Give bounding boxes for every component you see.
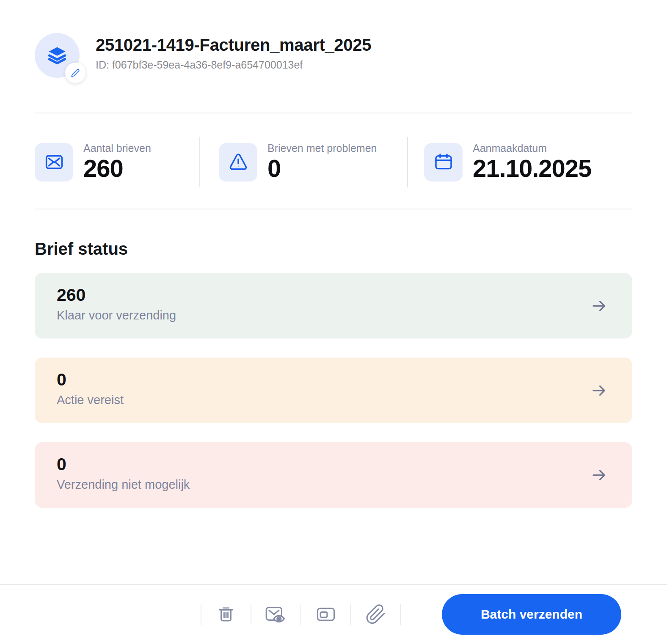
envelope-window-button[interactable] xyxy=(301,597,350,631)
calendar-icon xyxy=(433,152,454,172)
page-title: 251021-1419-Facturen_maart_2025 xyxy=(96,36,371,55)
delete-batch-button[interactable] xyxy=(201,597,251,631)
stats-row: Aantal brieven 260 Brieven met problemen… xyxy=(35,137,632,187)
stat-label: Brieven met problemen xyxy=(267,142,377,154)
mail-preview-icon xyxy=(264,604,288,625)
envelope-icon-tile xyxy=(35,143,73,182)
status-label: Verzending niet mogelijk xyxy=(57,478,632,492)
footer-bar: Batch verzenden xyxy=(0,584,667,644)
arrow-right-icon xyxy=(590,382,608,399)
pencil-icon xyxy=(71,68,80,77)
stat-text: Brieven met problemen 0 xyxy=(267,142,377,182)
edit-batch-button[interactable] xyxy=(65,63,85,83)
calendar-icon-tile xyxy=(424,143,463,182)
batch-header: 251021-1419-Facturen_maart_2025 ID: f067… xyxy=(35,0,632,78)
trash-icon xyxy=(216,604,236,625)
layers-icon xyxy=(47,45,68,66)
batch-detail-page: 251021-1419-Facturen_maart_2025 ID: f067… xyxy=(0,0,667,644)
status-label: Klaar voor verzending xyxy=(57,308,632,322)
arrow-right-icon xyxy=(590,297,608,315)
divider xyxy=(35,113,632,113)
stat-text: Aanmaakdatum 21.10.2025 xyxy=(473,142,591,182)
stat-label: Aanmaakdatum xyxy=(473,142,591,154)
section-heading: Brief status xyxy=(35,240,632,258)
batch-avatar xyxy=(35,33,80,78)
status-card-ready[interactable]: 260 Klaar voor verzending xyxy=(35,273,632,339)
arrow-right-icon xyxy=(590,466,608,484)
attachments-button[interactable] xyxy=(351,597,400,631)
stat-value: 0 xyxy=(267,155,377,182)
stat-creation-date: Aanmaakdatum 21.10.2025 xyxy=(424,142,591,182)
envelope-icon xyxy=(44,152,64,172)
preview-mail-button[interactable] xyxy=(251,597,300,631)
stat-label: Aantal brieven xyxy=(83,142,151,154)
divider xyxy=(35,209,632,209)
stat-value: 21.10.2025 xyxy=(473,155,591,182)
stat-value: 260 xyxy=(83,155,151,182)
alert-icon-tile xyxy=(219,143,257,182)
divider xyxy=(199,137,200,187)
envelope-window-icon xyxy=(314,604,337,625)
stat-text: Aantal brieven 260 xyxy=(83,142,151,182)
status-count: 0 xyxy=(57,370,632,389)
status-label: Actie vereist xyxy=(57,393,632,407)
status-count: 260 xyxy=(57,286,632,305)
divider xyxy=(407,137,408,187)
batch-id: ID: f067bf3e-59ea-4a36-8ef9-a654700013ef xyxy=(96,59,371,71)
alert-triangle-icon xyxy=(228,152,248,172)
paperclip-icon xyxy=(365,604,386,625)
stat-problem-letters: Brieven met problemen 0 xyxy=(219,142,407,182)
status-card-not-possible[interactable]: 0 Verzending niet mogelijk xyxy=(35,442,632,508)
divider xyxy=(400,604,401,625)
footer-toolbar xyxy=(201,597,401,631)
status-card-action-required[interactable]: 0 Actie vereist xyxy=(35,358,632,423)
stat-total-letters: Aantal brieven 260 xyxy=(35,142,199,182)
status-count: 0 xyxy=(57,455,632,474)
batch-send-button[interactable]: Batch verzenden xyxy=(442,594,621,635)
header-text: 251021-1419-Facturen_maart_2025 ID: f067… xyxy=(96,33,371,71)
